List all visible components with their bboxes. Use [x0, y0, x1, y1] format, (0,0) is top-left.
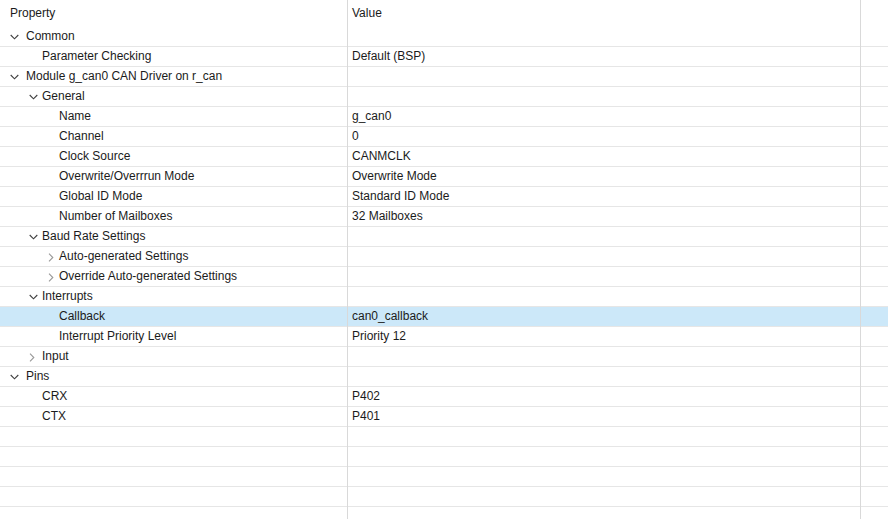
value-cell[interactable]: 0	[352, 127, 359, 146]
property-row-general[interactable]: General	[0, 87, 888, 107]
property-row-overwrite-overrrun-mode[interactable]: Overwrite/Overrrun ModeOverwrite Mode	[0, 167, 888, 187]
property-row-name[interactable]: Nameg_can0	[0, 107, 888, 127]
empty-row	[0, 487, 888, 507]
property-grid-rows: CommonParameter CheckingDefault (BSP)Mod…	[0, 27, 888, 519]
property-label: Interrupt Priority Level	[59, 327, 176, 346]
value-cell[interactable]: Priority 12	[352, 327, 406, 346]
property-label: Clock Source	[59, 147, 130, 166]
grid-header: Property Value	[0, 0, 888, 27]
grid-right-border-line	[860, 0, 861, 519]
property-label: Name	[59, 107, 91, 126]
property-label: CRX	[42, 387, 67, 406]
empty-row	[0, 427, 888, 447]
property-row-common[interactable]: Common	[0, 27, 888, 47]
property-row-baud-rate-settings[interactable]: Baud Rate Settings	[0, 227, 888, 247]
property-label: Input	[42, 347, 69, 366]
column-divider-line[interactable]	[347, 0, 348, 519]
column-header-property: Property	[10, 0, 55, 27]
property-label: Pins	[26, 367, 49, 386]
property-row-interrupt-priority-level[interactable]: Interrupt Priority LevelPriority 12	[0, 327, 888, 347]
property-row-interrupts[interactable]: Interrupts	[0, 287, 888, 307]
property-row-parameter-checking[interactable]: Parameter CheckingDefault (BSP)	[0, 47, 888, 67]
property-label: General	[42, 87, 85, 106]
property-row-ctx[interactable]: CTXP401	[0, 407, 888, 427]
value-cell[interactable]: P401	[352, 407, 380, 426]
chevron-down-icon[interactable]	[10, 367, 22, 387]
property-row-input[interactable]: Input	[0, 347, 888, 367]
chevron-right-icon[interactable]	[29, 347, 41, 367]
property-label: Number of Mailboxes	[59, 207, 172, 226]
chevron-down-icon[interactable]	[10, 27, 22, 47]
property-label: Interrupts	[42, 287, 93, 306]
value-cell[interactable]: Default (BSP)	[352, 47, 425, 66]
properties-view: Property Value CommonParameter CheckingD…	[0, 0, 888, 525]
property-label: Module g_can0 CAN Driver on r_can	[26, 67, 222, 86]
value-cell[interactable]: 32 Mailboxes	[352, 207, 423, 226]
property-row-global-id-mode[interactable]: Global ID ModeStandard ID Mode	[0, 187, 888, 207]
property-label: Auto-generated Settings	[59, 247, 188, 266]
empty-row-partial	[0, 507, 888, 519]
value-cell[interactable]: Standard ID Mode	[352, 187, 449, 206]
property-row-pins[interactable]: Pins	[0, 367, 888, 387]
chevron-down-icon[interactable]	[29, 87, 41, 107]
property-row-module-g-can0-can-driver-on-r-can[interactable]: Module g_can0 CAN Driver on r_can	[0, 67, 888, 87]
property-label: Global ID Mode	[59, 187, 142, 206]
property-row-channel[interactable]: Channel0	[0, 127, 888, 147]
property-label: CTX	[42, 407, 66, 426]
property-label: Baud Rate Settings	[42, 227, 145, 246]
property-row-callback[interactable]: Callbackcan0_callback	[0, 307, 888, 327]
property-row-auto-generated-settings[interactable]: Auto-generated Settings	[0, 247, 888, 267]
empty-row	[0, 447, 888, 467]
chevron-down-icon[interactable]	[10, 67, 22, 87]
property-row-clock-source[interactable]: Clock SourceCANMCLK	[0, 147, 888, 167]
empty-row	[0, 467, 888, 487]
chevron-down-icon[interactable]	[29, 287, 41, 307]
value-cell[interactable]: can0_callback	[352, 307, 428, 326]
value-cell[interactable]: g_can0	[352, 107, 391, 126]
chevron-down-icon[interactable]	[29, 227, 41, 247]
value-cell[interactable]: Overwrite Mode	[352, 167, 437, 186]
property-label: Common	[26, 27, 75, 46]
property-row-number-of-mailboxes[interactable]: Number of Mailboxes32 Mailboxes	[0, 207, 888, 227]
property-label: Override Auto-generated Settings	[59, 267, 237, 286]
value-cell[interactable]: CANMCLK	[352, 147, 411, 166]
property-row-override-auto-generated-settings[interactable]: Override Auto-generated Settings	[0, 267, 888, 287]
property-label: Parameter Checking	[42, 47, 151, 66]
property-label: Callback	[59, 307, 105, 326]
property-row-crx[interactable]: CRXP402	[0, 387, 888, 407]
value-cell[interactable]: P402	[352, 387, 380, 406]
property-label: Channel	[59, 127, 104, 146]
column-header-value: Value	[352, 0, 382, 27]
property-label: Overwrite/Overrrun Mode	[59, 167, 194, 186]
